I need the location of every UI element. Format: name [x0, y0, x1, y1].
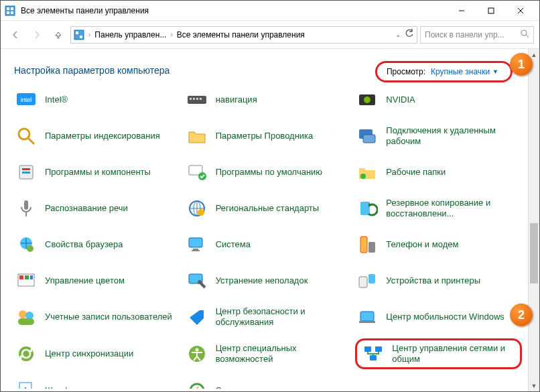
cp-item-region[interactable]: Региональные стандарты — [185, 194, 352, 223]
svg-rect-33 — [24, 200, 28, 210]
cp-item-label: навигация — [216, 94, 257, 105]
cp-item-security[interactable]: Центр безопасности и обслуживания — [185, 302, 352, 332]
cp-item-mobility[interactable]: Центр мобильности Windows — [355, 302, 522, 332]
cp-item-system[interactable]: Система — [185, 230, 352, 259]
up-button[interactable] — [49, 25, 68, 44]
work-folders-icon — [355, 160, 379, 184]
svg-point-37 — [198, 209, 204, 216]
svg-point-32 — [360, 174, 366, 179]
cp-item-power[interactable]: Электропитание — [185, 376, 352, 389]
svg-point-40 — [27, 245, 33, 252]
cp-item-phone[interactable]: Телефон и модем — [355, 230, 522, 259]
chevron-down-icon[interactable]: ⌄ — [395, 31, 401, 38]
svg-rect-56 — [18, 318, 34, 325]
callout-1: 1 — [510, 53, 533, 76]
scroll-down-icon[interactable]: ▼ — [529, 380, 539, 391]
search-icon — [521, 29, 529, 40]
programs-icon — [14, 160, 38, 184]
cp-item-nvidia[interactable]: NVIDIA — [355, 85, 522, 115]
titlebar: Все элементы панели управления — [1, 1, 539, 21]
view-value[interactable]: Крупные значки ▼ — [431, 67, 498, 76]
cp-item-internet-opts[interactable]: Свойства браузера — [14, 230, 181, 259]
cp-item-label: Intel® — [45, 94, 68, 105]
chevron-down-icon: ▼ — [492, 68, 498, 75]
scrollbar[interactable]: ▲ ▼ — [528, 49, 539, 391]
keyboard-icon — [185, 88, 209, 112]
svg-point-61 — [195, 348, 198, 352]
forward-button[interactable] — [27, 25, 46, 44]
cp-item-fonts[interactable]: AШрифты — [14, 376, 181, 389]
cp-item-label: Управление цветом — [45, 275, 125, 286]
sync-icon — [14, 342, 38, 366]
cp-item-label: NVIDIA — [386, 94, 415, 105]
svg-rect-4 — [11, 11, 13, 14]
cp-item-troubleshoot[interactable]: Устранение неполадок — [185, 266, 352, 296]
svg-rect-20 — [200, 98, 202, 100]
svg-point-23 — [19, 129, 29, 139]
power-icon — [185, 379, 209, 389]
cp-item-devices[interactable]: Устройства и принтеры — [355, 266, 522, 296]
cp-item-programs[interactable]: Программы и компоненты — [14, 157, 181, 187]
cp-item-work-folders[interactable]: Рабочие папки — [355, 157, 522, 187]
accessibility-icon — [185, 342, 209, 366]
svg-rect-48 — [25, 275, 29, 279]
user-accounts-icon — [14, 305, 38, 329]
address-bar[interactable]: › Панель управлен... › Все элементы пане… — [70, 26, 417, 44]
cp-item-sync[interactable]: Центр синхронизации — [14, 338, 181, 369]
view-value-text: Крупные значки — [431, 67, 490, 76]
cp-item-keyboard[interactable]: навигация — [185, 85, 352, 115]
chevron-right-icon: › — [169, 31, 174, 38]
cp-item-backup[interactable]: Резервное копирование и восстановлени... — [355, 194, 522, 223]
cp-item-search-opts[interactable]: Параметры индексирования — [14, 121, 181, 151]
svg-rect-64 — [370, 355, 377, 361]
cp-item-speech[interactable]: Распознавание речи — [14, 194, 181, 223]
refresh-button[interactable] — [405, 29, 414, 40]
cp-item-label: Подключения к удаленным рабочим — [386, 125, 522, 147]
close-button[interactable] — [506, 1, 535, 20]
cp-item-label: Телефон и модем — [386, 239, 458, 250]
svg-rect-44 — [360, 237, 367, 253]
svg-rect-2 — [11, 7, 13, 10]
mobility-icon — [355, 305, 379, 329]
cp-item-color[interactable]: Управление цветом — [14, 266, 181, 296]
svg-rect-26 — [363, 135, 375, 143]
cp-item-label: Свойства браузера — [45, 239, 123, 250]
svg-text:A: A — [21, 385, 29, 389]
cp-item-label: Центр специальных возможностей — [216, 343, 352, 365]
minimize-button[interactable] — [447, 1, 476, 20]
breadcrumb-part[interactable]: Панель управлен... — [94, 30, 166, 40]
svg-rect-41 — [189, 238, 202, 247]
devices-icon — [355, 269, 379, 293]
svg-rect-10 — [76, 31, 78, 34]
svg-rect-49 — [30, 275, 33, 279]
svg-point-22 — [364, 96, 370, 103]
cp-item-folder-opts[interactable]: Параметры Проводника — [185, 121, 352, 151]
cp-item-user-accounts[interactable]: Учетные записи пользователей — [14, 302, 181, 332]
cp-item-label: Центр мобильности Windows — [386, 312, 504, 322]
search-opts-icon — [14, 124, 38, 148]
cp-item-default-programs[interactable]: Программы по умолчанию — [185, 157, 352, 187]
svg-rect-58 — [359, 321, 375, 323]
cp-item-intel[interactable]: intelIntel® — [14, 85, 181, 115]
backup-icon — [355, 196, 379, 220]
svg-point-54 — [19, 310, 27, 318]
cp-item-label: Программы и компоненты — [45, 167, 151, 178]
search-input[interactable]: Поиск в панели упр... — [420, 26, 534, 44]
security-icon — [185, 305, 209, 329]
cp-item-label: Программы по умолчанию — [216, 167, 322, 178]
breadcrumb-part[interactable]: Все элементы панели управления — [177, 30, 305, 40]
svg-rect-57 — [360, 312, 374, 321]
scrollbar-thumb[interactable] — [530, 223, 538, 283]
svg-rect-47 — [19, 275, 23, 279]
maximize-button[interactable] — [476, 1, 506, 20]
svg-rect-11 — [80, 36, 82, 38]
cp-item-accessibility[interactable]: Центр специальных возможностей — [185, 338, 352, 369]
window-title: Все элементы панели управления — [21, 6, 447, 15]
cp-item-network[interactable]: Центр управления сетями и общим — [355, 338, 522, 369]
cp-item-label: Рабочие папки — [386, 167, 446, 178]
cp-item-label: Распознавание речи — [45, 203, 128, 214]
view-selector-highlight: Просмотр: Крупные значки ▼ — [375, 61, 513, 82]
cp-item-remote[interactable]: Подключения к удаленным рабочим — [355, 121, 522, 151]
fonts-icon: A — [14, 379, 38, 389]
back-button[interactable] — [6, 25, 25, 44]
